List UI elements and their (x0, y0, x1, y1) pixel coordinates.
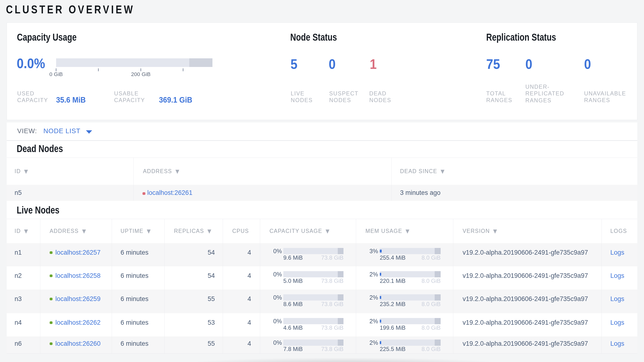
logs-link[interactable]: Logs (610, 272, 624, 279)
memory-usage-bar (380, 339, 441, 346)
capacity-used-value: 7.8 MiB (283, 346, 303, 352)
axis-label-200: 200 GiB (131, 72, 150, 77)
column-header-label: ADDRESS (143, 168, 172, 174)
column-header-id[interactable]: ID (7, 158, 134, 185)
column-header-address[interactable]: ADDRESS (134, 158, 392, 185)
logs-link[interactable]: Logs (610, 295, 624, 302)
column-header-uptime[interactable]: UPTIME (112, 219, 164, 243)
column-header-capacity-usage[interactable]: CAPACITY USAGE (260, 219, 356, 243)
capacity-used-value: 5.0 MiB (283, 278, 303, 284)
bar-line: 3% (356, 248, 453, 254)
dead-nodes-count: 1 (370, 57, 377, 71)
label-line: RANGES (525, 97, 552, 104)
memory-used-value: 225.5 MiB (380, 346, 406, 352)
bar-sub-labels: 4.6 MiB73.8 GiB (283, 325, 344, 331)
node-address-link[interactable]: localhost:26262 (56, 318, 100, 327)
live-node-row: n4 localhost:26262 6 minutes 53 4 0% 4.6… (7, 313, 637, 336)
node-capacity-cell: 0% 4.6 MiB73.8 GiB (260, 313, 356, 336)
dead-nodes-table: ID ADDRESS DEAD SINCE n5 localhost:26261… (7, 157, 637, 201)
suspect-nodes-label: SUSPECT NODES (329, 90, 358, 104)
column-header-version[interactable]: VERSION (453, 219, 602, 243)
node-memory-cell: 2% 225.5 MiB8.0 GiB (356, 336, 453, 353)
unavailable-count: 0 (584, 57, 591, 71)
node-memory-cell: 2% 199.6 MiB8.0 GiB (356, 313, 453, 336)
label-line: UNDER- (525, 84, 550, 90)
column-header-cpus[interactable]: CPUS (223, 219, 260, 243)
column-header-replicas[interactable]: REPLICAS (164, 219, 223, 243)
sort-desc-icon (82, 230, 86, 234)
node-replicas: 55 (164, 336, 223, 353)
logs-link[interactable]: Logs (610, 340, 624, 347)
node-memory-cell: 3% 255.4 MiB8.0 GiB (356, 243, 453, 266)
capacity-total-value: 73.8 GiB (321, 301, 344, 307)
sort-desc-icon (147, 230, 150, 234)
memory-used-value: 199.6 MiB (380, 325, 406, 331)
node-replicas: 55 (164, 290, 223, 313)
bar-sub-labels: 220.1 MiB8.0 GiB (380, 278, 441, 284)
axis-tick (183, 68, 183, 71)
logs-link[interactable]: Logs (610, 249, 624, 256)
column-header-label: VERSION (462, 228, 490, 234)
bar-reserved-segment (338, 248, 344, 254)
bar-reserved-segment (435, 294, 441, 301)
chevron-down-icon[interactable] (86, 130, 92, 134)
total-ranges-label: TOTAL RANGES (486, 90, 512, 104)
node-address-link[interactable]: localhost:26260 (56, 339, 100, 348)
node-id: n1 (7, 243, 40, 266)
node-capacity-cell: 0% 7.8 MiB73.8 GiB (260, 336, 356, 353)
capacity-used-value: 8.6 MiB (283, 301, 303, 307)
node-version: v19.2.0-alpha.20190606-2491-gfe735c9a97 (453, 313, 602, 336)
view-selector[interactable]: NODE LIST (44, 127, 80, 135)
dead-nodes-heading: Dead Nodes (17, 143, 63, 154)
label-line: USABLE (114, 90, 139, 97)
column-header-dead-since[interactable]: DEAD SINCE (392, 158, 637, 185)
live-nodes-count: 5 (290, 57, 298, 71)
column-header-mem-usage[interactable]: MEM USAGE (356, 219, 453, 243)
column-header-address[interactable]: ADDRESS (40, 219, 112, 243)
bar-reserved-segment (435, 248, 441, 254)
used-capacity-label: USED CAPACITY (17, 90, 48, 104)
bar-usage-square (380, 341, 381, 344)
bar-reserved-segment (435, 271, 441, 277)
capacity-total-value: 73.8 GiB (321, 325, 344, 331)
sort-desc-icon (24, 170, 28, 174)
capacity-percent-label: 0% (260, 248, 282, 254)
column-header-label: REPLICAS (174, 228, 204, 234)
label-line: NODES (291, 97, 313, 103)
dead-node-address-link[interactable]: localhost:26261 (147, 189, 192, 197)
bar-line: 0% (260, 294, 356, 301)
live-status-icon (50, 298, 52, 300)
bar-line: 2% (356, 271, 453, 277)
bar-sub-labels: 255.4 MiB8.0 GiB (380, 255, 441, 261)
axis-label-0: 0 GiB (50, 72, 63, 77)
sort-desc-icon (208, 230, 211, 234)
node-address-link[interactable]: localhost:26257 (56, 248, 100, 257)
node-cpus: 4 (223, 290, 260, 313)
label-line: DEAD (369, 90, 386, 97)
node-memory-cell: 2% 220.1 MiB8.0 GiB (356, 266, 453, 290)
bar-line: 0% (260, 318, 356, 324)
label-line: NODES (369, 97, 391, 103)
live-status-icon (50, 321, 52, 324)
replication-status-heading: Replication Status (486, 32, 556, 42)
label-line: RANGES (486, 97, 512, 103)
column-header-id[interactable]: ID (7, 219, 40, 243)
live-nodes-heading: Live Nodes (17, 205, 60, 215)
sort-desc-icon (493, 230, 497, 234)
sort-desc-icon (326, 230, 330, 234)
memory-total-value: 8.0 GiB (422, 325, 441, 331)
dead-node-address-cell: localhost:26261 (134, 185, 392, 201)
node-address-link[interactable]: localhost:26259 (56, 295, 100, 303)
node-address-link[interactable]: localhost:26258 (56, 272, 100, 280)
logs-link[interactable]: Logs (610, 319, 624, 326)
node-capacity-cell: 0% 9.6 MiB73.8 GiB (260, 243, 356, 266)
label-line: USED (17, 90, 34, 97)
unavailable-ranges-label: UNAVAILABLE RANGES (584, 90, 626, 104)
node-logs-cell: Logs (602, 336, 637, 353)
column-header-label: ADDRESS (50, 228, 79, 234)
column-header-label: ID (14, 228, 21, 234)
live-nodes-table-header: ID ADDRESS UPTIME REPLICAS CPUS CAPACITY… (7, 219, 637, 243)
capacity-percent-label: 0% (260, 318, 282, 324)
label-line: CAPACITY (17, 97, 48, 103)
node-id: n3 (7, 290, 40, 313)
